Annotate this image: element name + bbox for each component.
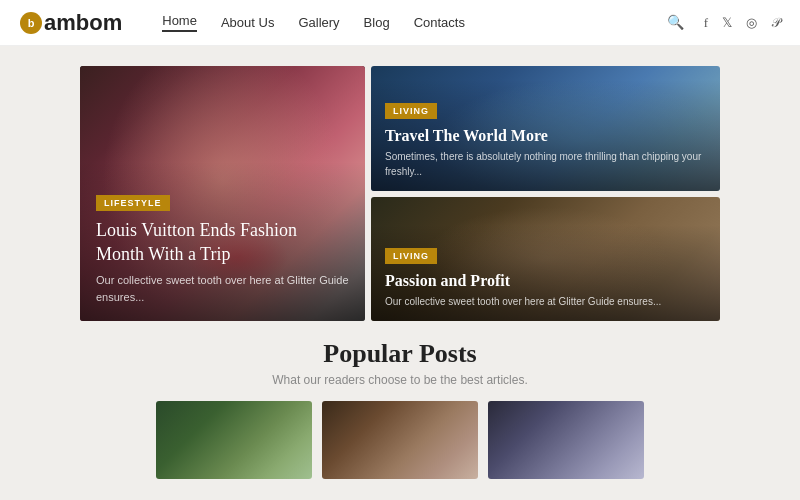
main-content: LIFESTYLE Louis Vuitton Ends Fashion Mon… [0,46,800,489]
featured-large-badge: LIFESTYLE [96,195,170,211]
site-header: b ambom Home About Us Gallery Blog Conta… [0,0,800,46]
logo-text: ambom [44,10,122,36]
featured-right-column: LIVING Travel The World More Sometimes, … [371,66,720,321]
logo[interactable]: b ambom [20,10,122,36]
featured-top-title: Travel The World More [385,127,706,145]
nav-item-gallery[interactable]: Gallery [298,15,339,30]
popular-cards-row [80,401,720,479]
featured-large-overlay: LIFESTYLE Louis Vuitton Ends Fashion Mon… [80,162,365,321]
featured-bottom-title: Passion and Profit [385,272,706,290]
featured-top-badge: LIVING [385,103,437,119]
popular-card-1[interactable] [156,401,312,479]
nav-item-contacts[interactable]: Contacts [414,15,465,30]
instagram-icon[interactable]: ◎ [746,15,757,31]
popular-card-2[interactable] [322,401,478,479]
nav-item-home[interactable]: Home [162,13,197,32]
facebook-icon[interactable]: f [704,15,708,31]
twitter-icon[interactable]: 𝕏 [722,15,732,31]
popular-section: Popular Posts What our readers choose to… [80,339,720,479]
logo-icon: b [20,12,42,34]
featured-bottom-excerpt: Our collective sweet tooth over here at … [385,294,706,309]
featured-bottom-overlay: LIVING Passion and Profit Our collective… [371,225,720,321]
featured-large-title: Louis Vuitton Ends Fashion Month With a … [96,219,349,266]
featured-card-bottom[interactable]: LIVING Passion and Profit Our collective… [371,197,720,322]
nav-item-blog[interactable]: Blog [364,15,390,30]
popular-subtitle: What our readers choose to be the best a… [80,373,720,387]
featured-grid: LIFESTYLE Louis Vuitton Ends Fashion Mon… [80,66,720,321]
featured-top-overlay: LIVING Travel The World More Sometimes, … [371,80,720,191]
main-nav: Home About Us Gallery Blog Contacts [162,13,666,32]
featured-card-top[interactable]: LIVING Travel The World More Sometimes, … [371,66,720,191]
pinterest-icon[interactable]: 𝒫 [771,15,780,31]
search-icon[interactable]: 🔍 [667,14,684,31]
featured-bottom-badge: LIVING [385,248,437,264]
featured-top-excerpt: Sometimes, there is absolutely nothing m… [385,149,706,179]
featured-large-excerpt: Our collective sweet tooth over here at … [96,272,349,305]
popular-card-3[interactable] [488,401,644,479]
social-icons-group: 🔍 f 𝕏 ◎ 𝒫 [667,14,780,31]
nav-item-about[interactable]: About Us [221,15,274,30]
popular-title: Popular Posts [80,339,720,369]
featured-card-large[interactable]: LIFESTYLE Louis Vuitton Ends Fashion Mon… [80,66,365,321]
